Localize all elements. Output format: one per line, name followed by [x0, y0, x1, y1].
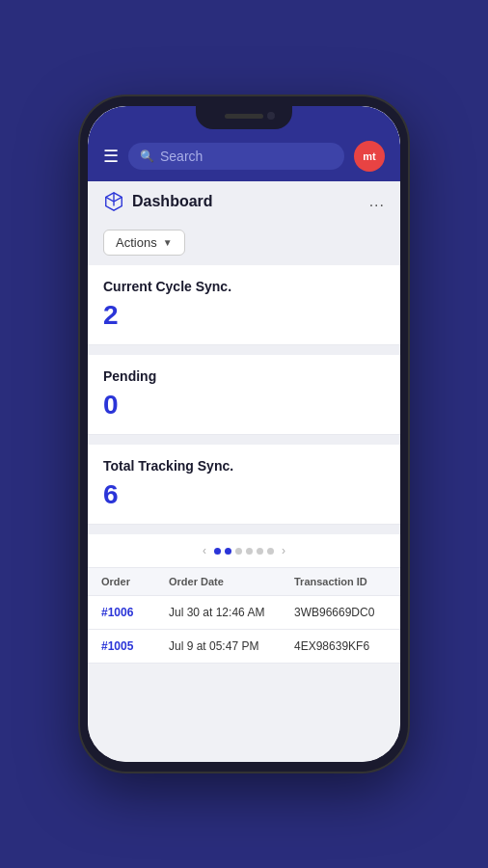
avatar[interactable]: mt	[354, 141, 385, 172]
actions-label: Actions	[116, 235, 157, 250]
stats-container: Current Cycle Sync. 2 Pending 0 Total Tr…	[88, 265, 400, 525]
stat-total-tracking-value: 6	[103, 479, 385, 510]
dashboard-box-icon	[103, 191, 124, 212]
search-placeholder: Search	[160, 149, 203, 164]
stat-current-cycle-value: 2	[103, 300, 385, 331]
speaker	[225, 114, 263, 119]
pagination-dot-5[interactable]	[257, 548, 263, 555]
table-header: Order Order Date Transaction ID	[88, 568, 400, 596]
divider-3	[88, 525, 400, 534]
more-options-button[interactable]: ...	[369, 193, 385, 210]
stat-current-cycle: Current Cycle Sync. 2	[88, 265, 400, 345]
notch	[196, 106, 292, 129]
camera	[267, 112, 275, 120]
screen-content: ☰ 🔍 Search mt Dashboard ...	[88, 106, 400, 762]
divider-2	[88, 435, 400, 445]
pagination-dot-2[interactable]	[225, 548, 231, 555]
transaction-id-1005: 4EX98639KF6	[294, 639, 387, 653]
pagination-dot-1[interactable]	[214, 548, 221, 555]
hamburger-icon[interactable]: ☰	[103, 146, 119, 167]
actions-button[interactable]: Actions ▼	[103, 230, 185, 256]
dashboard-title: Dashboard	[132, 193, 213, 210]
stat-total-tracking: Total Tracking Sync. 6	[88, 445, 400, 525]
phone-screen: ☰ 🔍 Search mt Dashboard ...	[88, 106, 400, 762]
search-icon: 🔍	[140, 149, 154, 163]
page-prev-arrow[interactable]: ‹	[199, 544, 210, 557]
pagination-dot-3[interactable]	[235, 548, 242, 555]
stat-current-cycle-label: Current Cycle Sync.	[103, 279, 385, 294]
pagination-row: ‹ ›	[88, 534, 400, 568]
th-order: Order	[101, 576, 169, 587]
phone-frame: ☰ 🔍 Search mt Dashboard ...	[80, 96, 408, 772]
order-number-1006[interactable]: #1006	[101, 606, 169, 619]
transaction-id-1006: 3WB96669DC0	[294, 606, 387, 619]
order-date-1006: Jul 30 at 12:46 AM	[169, 606, 294, 619]
table-row: #1006 Jul 30 at 12:46 AM 3WB96669DC0	[88, 596, 400, 630]
th-order-date: Order Date	[169, 576, 294, 587]
stat-pending: Pending 0	[88, 355, 400, 435]
pagination-dot-4[interactable]	[246, 548, 253, 555]
stat-pending-label: Pending	[103, 368, 385, 384]
page-next-arrow[interactable]: ›	[278, 544, 289, 557]
actions-bar: Actions ▼	[88, 222, 400, 265]
sub-header: Dashboard ...	[88, 181, 400, 222]
stat-total-tracking-label: Total Tracking Sync.	[103, 458, 385, 474]
orders-table: Order Order Date Transaction ID #1006 Ju…	[88, 568, 400, 664]
search-bar[interactable]: 🔍 Search	[128, 143, 344, 170]
pagination-dot-6[interactable]	[267, 548, 274, 555]
th-transaction-id: Transaction ID	[294, 576, 387, 587]
order-date-1005: Jul 9 at 05:47 PM	[169, 639, 294, 653]
stat-pending-value: 0	[103, 390, 385, 420]
order-number-1005[interactable]: #1005	[101, 639, 169, 653]
divider-1	[88, 345, 400, 355]
dropdown-caret-icon: ▼	[163, 237, 173, 248]
table-row: #1005 Jul 9 at 05:47 PM 4EX98639KF6	[88, 630, 400, 664]
sub-header-left: Dashboard	[103, 191, 213, 212]
